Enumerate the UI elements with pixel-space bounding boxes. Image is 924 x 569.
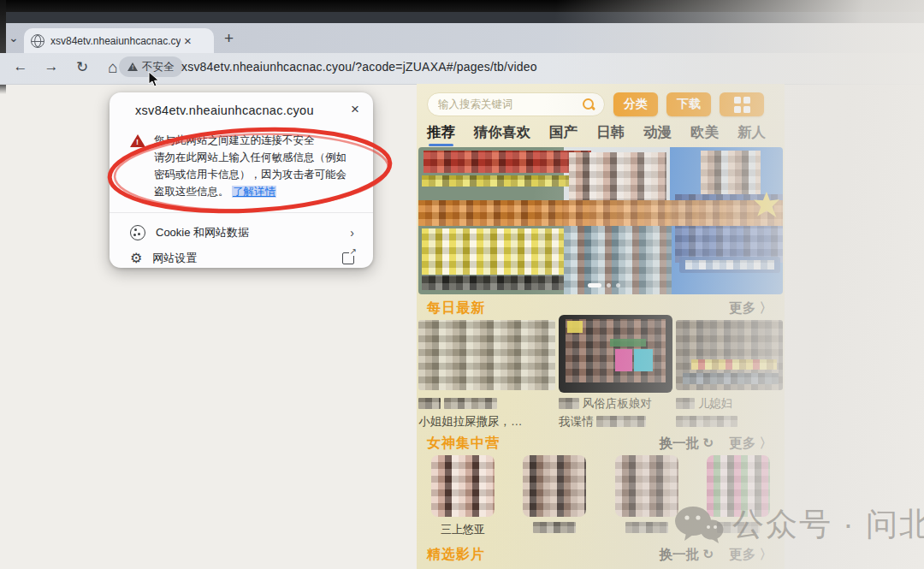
girl-card[interactable] [520,455,589,537]
address-bar-url[interactable]: xsv84etv.nheaiunhcacnac.cyou/?acode=jZUA… [181,60,537,74]
featured-refresh-link[interactable]: 换一批 ↻ [659,546,714,564]
category-button[interactable]: 分类 [613,92,658,116]
tab-recommended[interactable]: 推荐 [427,123,455,146]
popup-site-title: xsv84etv.nheaiunhcacnac.cyou [135,104,314,117]
video-thumb[interactable] [559,315,672,393]
gear-icon: ⚙ [130,252,142,265]
section-daily-latest: 每日最新 [427,299,485,317]
browser-tab[interactable]: xsv84etv.nheaiunhcacnac.cy × [24,28,214,53]
censored-name [533,522,576,533]
new-tab-button[interactable]: + [224,29,234,48]
red-circle-annotation [101,122,400,222]
video-title[interactable]: 风俗店板娘对 我谍情 [559,395,675,431]
close-tab-icon[interactable]: × [184,33,192,48]
video-thumb[interactable] [418,320,555,390]
censored-caption-text [685,260,774,270]
banner-caption-bar [679,257,780,273]
censored-face [701,151,761,197]
daily-more-link[interactable]: 更多 〉 [729,299,773,317]
tab-guess-you-like[interactable]: 猜你喜欢 [474,123,530,146]
forward-button[interactable]: → [43,58,60,77]
tab-japan-korea[interactable]: 日韩 [596,123,625,146]
warning-triangle-icon: ! [127,62,138,71]
censored-red-text [424,151,591,173]
window-top-bar [0,12,924,23]
photographed-screen: ⌄ xsv84etv.nheaiunhcacnac.cy × + ← → ↻ ⌂… [0,0,924,569]
chevron-right-icon: › [350,226,354,240]
globe-icon [31,34,44,48]
girl-name: 三上悠亚 [429,522,497,537]
carousel-banner[interactable] [418,147,783,294]
monitor-bezel [0,0,924,12]
wechat-icon [674,504,724,545]
webpage-content: 分类 下载 推荐 猜你喜欢 国产 日韩 动漫 欧美 新人 [417,84,785,569]
tab-anime[interactable]: 动漫 [643,123,672,146]
video-thumb[interactable] [676,320,783,390]
girl-card[interactable]: 三上悠亚 [429,455,497,537]
censored-caption [422,276,564,290]
search-icon[interactable] [583,98,595,111]
video-title[interactable]: 儿媳妇 [676,395,784,431]
girl-card[interactable] [613,455,681,537]
goddess-more-link[interactable]: 更多 〉 [729,435,773,453]
reload-button[interactable]: ↻ [74,58,91,77]
site-settings-menu-item[interactable]: ⚙ 网站设置 [130,248,354,269]
download-button[interactable]: 下载 [666,92,711,116]
featured-more-link[interactable]: 更多 〉 [729,546,773,564]
cookie-menu-item[interactable]: Cookie 和网站数据 › [130,222,354,243]
popup-close-icon[interactable]: × [351,101,359,118]
tab-title: xsv84etv.nheaiunhcacnac.cy [50,35,181,47]
censored-band [418,200,783,226]
tab-western[interactable]: 欧美 [690,123,719,146]
tab-search-chevron-icon[interactable]: ⌄ [9,31,19,44]
apps-grid-button[interactable] [720,92,764,116]
external-link-icon [342,252,354,264]
watermark-text: 公众号 · 问北京 [732,503,924,546]
tab-domestic[interactable]: 国产 [549,123,578,146]
cookie-icon [130,225,145,240]
back-button[interactable]: ← [12,58,29,77]
video-title[interactable]: 小姐姐拉屎撒尿，… [418,395,555,431]
search-bar[interactable] [427,92,605,116]
watermark: 公众号 · 问北京 [674,503,924,546]
grid-icon [734,97,750,113]
tab-new[interactable]: 新人 [737,123,766,146]
censored-name [625,522,668,533]
search-input[interactable] [436,98,568,111]
section-featured-films: 精选影片 [427,546,485,564]
carousel-dots[interactable] [588,283,620,287]
category-tabs: 推荐 猜你喜欢 国产 日韩 动漫 欧美 新人 [427,123,785,146]
mouse-cursor [147,71,161,88]
goddess-refresh-link[interactable]: 换一批 ↻ [659,435,714,453]
section-goddess-camp: 女神集中营 [427,435,500,453]
